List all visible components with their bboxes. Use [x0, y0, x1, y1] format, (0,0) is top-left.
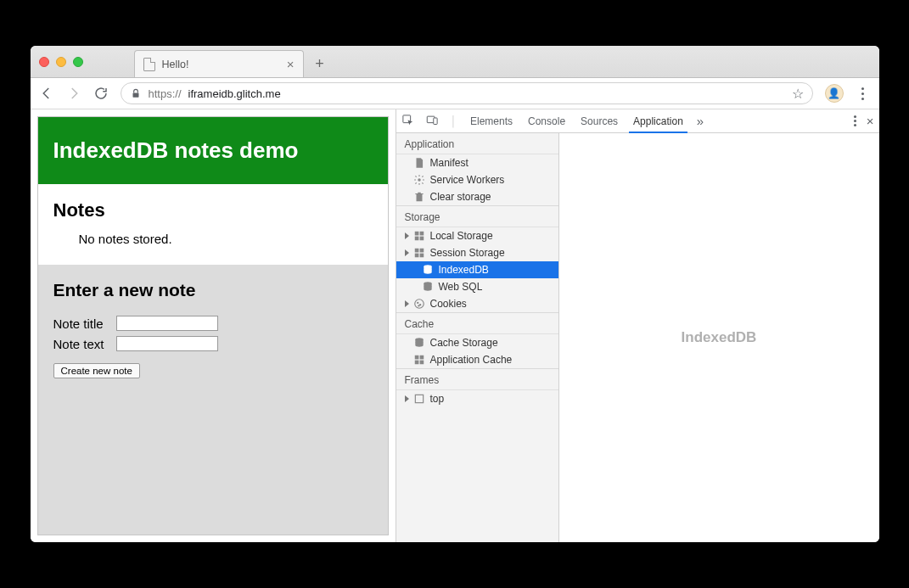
tab-title: Hello!	[162, 59, 189, 70]
sidebar-item-session-storage[interactable]: Session Storage	[396, 244, 558, 261]
cookie-icon	[413, 298, 425, 310]
svg-rect-9	[414, 249, 418, 253]
tab-elements[interactable]: Elements	[469, 109, 514, 132]
expand-triangle-icon[interactable]	[405, 249, 409, 256]
bookmark-icon[interactable]: ☆	[792, 86, 804, 102]
svg-rect-0	[132, 92, 138, 97]
no-notes-text: No notes stored.	[79, 232, 373, 246]
svg-rect-7	[414, 237, 418, 241]
svg-point-4	[418, 178, 421, 182]
url-host: iframeidb.glitch.me	[188, 87, 281, 100]
note-title-label: Note title	[53, 316, 111, 331]
svg-rect-6	[419, 232, 424, 236]
grid-icon	[413, 354, 425, 366]
close-window-button[interactable]	[39, 57, 49, 67]
device-toolbar-icon[interactable]	[426, 114, 439, 129]
profile-avatar[interactable]: 👤	[825, 84, 844, 103]
tab-console[interactable]: Console	[526, 109, 567, 132]
url-scheme: https://	[149, 87, 182, 100]
sidebar-item-websql[interactable]: Web SQL	[396, 278, 558, 295]
svg-rect-10	[419, 249, 424, 253]
page-title: IndexedDB notes demo	[53, 137, 373, 164]
frame-icon	[413, 393, 425, 405]
page-frame: IndexedDB notes demo Notes No notes stor…	[37, 116, 389, 535]
expand-triangle-icon[interactable]	[405, 232, 409, 239]
inspect-element-icon[interactable]	[401, 114, 414, 129]
sidebar-item-application-cache[interactable]: Application Cache	[396, 351, 558, 368]
browser-window: Hello! × + https://iframeidb.glitch.me ☆…	[31, 46, 879, 542]
close-tab-icon[interactable]: ×	[287, 58, 295, 70]
devtools-main-panel: IndexedDB	[559, 133, 879, 542]
page-icon	[143, 58, 155, 71]
database-icon	[422, 281, 434, 293]
tab-bar: Hello! × +	[31, 46, 879, 78]
svg-rect-12	[419, 254, 424, 258]
group-cache-heading: Cache	[396, 313, 558, 334]
sidebar-item-local-storage[interactable]: Local Storage	[396, 227, 558, 244]
svg-rect-24	[415, 395, 423, 402]
sidebar-item-clear-storage[interactable]: Clear storage	[396, 188, 558, 205]
svg-rect-8	[419, 237, 424, 241]
minimize-window-button[interactable]	[56, 57, 66, 67]
more-tabs-icon[interactable]: »	[697, 114, 704, 128]
note-title-input[interactable]	[116, 316, 218, 331]
svg-point-17	[419, 305, 420, 305]
svg-rect-21	[419, 356, 424, 360]
toolbar: https://iframeidb.glitch.me ☆ 👤	[31, 78, 879, 109]
database-icon	[422, 264, 434, 276]
tab-application[interactable]: Application	[631, 109, 685, 132]
devtools-body: Application Manifest Service Workers Cle…	[396, 133, 879, 542]
page-header: IndexedDB notes demo	[38, 117, 388, 184]
main-placeholder-text: IndexedDB	[682, 329, 757, 346]
browser-menu-icon[interactable]	[856, 87, 871, 100]
gear-icon	[413, 174, 425, 186]
svg-rect-11	[414, 254, 418, 258]
forward-button[interactable]	[66, 86, 81, 101]
notes-section: Notes No notes stored.	[38, 184, 388, 265]
zoom-window-button[interactable]	[73, 57, 83, 67]
grid-icon	[413, 230, 425, 242]
new-tab-button[interactable]: +	[309, 53, 331, 75]
new-note-form: Enter a new note Note title Note text Cr…	[38, 265, 388, 535]
svg-rect-5	[414, 232, 418, 236]
svg-point-18	[418, 305, 418, 306]
svg-rect-20	[414, 356, 418, 360]
svg-rect-3	[433, 118, 436, 125]
grid-icon	[413, 247, 425, 259]
application-sidebar: Application Manifest Service Workers Cle…	[396, 133, 559, 542]
sidebar-item-cookies[interactable]: Cookies	[396, 295, 558, 312]
devtools-menu-icon[interactable]	[854, 115, 856, 126]
window-controls	[39, 46, 83, 77]
note-text-input[interactable]	[116, 336, 218, 351]
address-bar[interactable]: https://iframeidb.glitch.me ☆	[121, 82, 813, 104]
file-icon	[413, 157, 425, 169]
form-heading: Enter a new note	[53, 280, 373, 300]
sidebar-item-manifest[interactable]: Manifest	[396, 154, 558, 171]
page-pane: IndexedDB notes demo Notes No notes stor…	[31, 109, 396, 542]
expand-triangle-icon[interactable]	[405, 300, 409, 307]
svg-point-15	[414, 300, 424, 309]
reload-button[interactable]	[93, 86, 109, 101]
devtools-close-icon[interactable]: ×	[867, 114, 874, 128]
sidebar-item-frame-top[interactable]: top	[396, 390, 558, 407]
content-area: IndexedDB notes demo Notes No notes stor…	[31, 109, 879, 542]
svg-point-16	[417, 302, 418, 303]
trash-icon	[413, 191, 425, 203]
back-button[interactable]	[39, 86, 54, 101]
svg-rect-22	[414, 361, 418, 365]
sidebar-item-service-workers[interactable]: Service Workers	[396, 171, 558, 188]
expand-triangle-icon[interactable]	[405, 395, 409, 402]
group-application-heading: Application	[396, 133, 558, 154]
notes-heading: Notes	[53, 199, 373, 221]
note-text-label: Note text	[53, 337, 111, 351]
devtools-tabbar: │ Elements Console Sources Application »…	[396, 109, 879, 133]
database-icon	[413, 337, 425, 349]
browser-tab[interactable]: Hello! ×	[134, 50, 304, 77]
lock-icon	[130, 87, 142, 99]
create-note-button[interactable]: Create new note	[53, 363, 140, 378]
sidebar-item-cache-storage[interactable]: Cache Storage	[396, 334, 558, 351]
svg-rect-23	[419, 361, 424, 365]
group-storage-heading: Storage	[396, 206, 558, 227]
tab-sources[interactable]: Sources	[579, 109, 620, 132]
sidebar-item-indexeddb[interactable]: IndexedDB	[396, 261, 558, 278]
